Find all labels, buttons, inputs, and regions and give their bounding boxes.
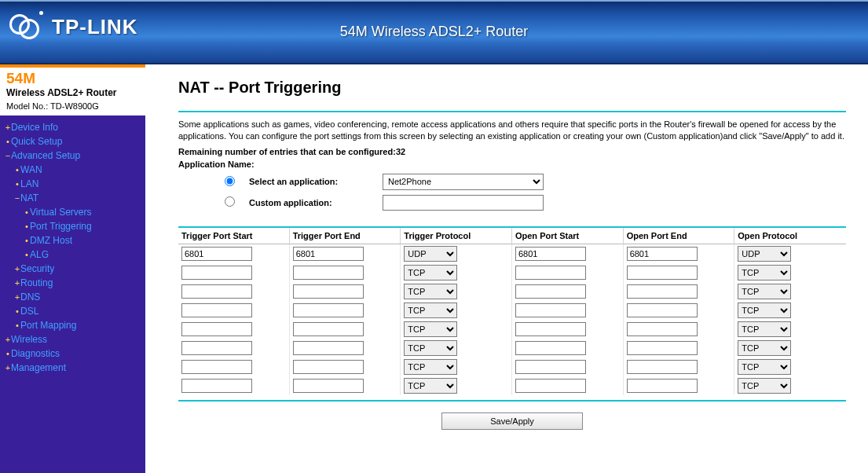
open-port-start-input[interactable] [515,266,586,280]
nav-link[interactable]: Advanced Setup [11,150,80,161]
trigger-port-end-input[interactable] [293,303,364,317]
nav-item-management[interactable]: Management [3,361,142,375]
nav-item-dns[interactable]: DNS [3,290,142,304]
trigger-port-start-input[interactable] [181,303,252,317]
custom-app-input[interactable] [383,195,544,211]
nav-link[interactable]: WAN [20,164,42,175]
nav-item-dsl[interactable]: DSL [3,304,142,318]
bullet-icon [14,306,20,316]
open-port-end-input[interactable] [627,341,698,355]
open-protocol-select[interactable]: TCPUDPTCP/UDP [738,246,791,262]
trigger-protocol-select[interactable]: TCPUDPTCP/UDP [404,302,457,318]
nav-link[interactable]: DSL [20,306,38,317]
nav-item-advanced-setup[interactable]: Advanced Setup [3,148,142,163]
trigger-port-end-input[interactable] [293,266,364,280]
trigger-port-end-input[interactable] [293,379,364,393]
select-app-label: Select an application: [249,177,383,186]
nav-link[interactable]: Port Triggering [30,221,92,232]
model-line3: Model No.: TD-W8900G [6,101,139,111]
save-apply-button[interactable]: Save/Apply [441,412,583,430]
open-port-end-input[interactable] [627,379,698,393]
nav-link[interactable]: Management [11,362,66,373]
open-protocol-select[interactable]: TCPUDPTCP/UDP [738,340,791,356]
open-port-start-input[interactable] [515,360,586,374]
nav-item-device-info[interactable]: Device Info [3,120,142,134]
nav-link[interactable]: Port Mapping [20,320,76,331]
open-protocol-select[interactable]: TCPUDPTCP/UDP [738,265,791,280]
open-port-end-input[interactable] [627,247,698,261]
trigger-port-start-input[interactable] [181,284,252,299]
col-trigger-port-end: Trigger Port End [290,228,401,244]
remaining-label: Remaining number of entries that can be … [178,147,396,156]
nav-item-dmz-host[interactable]: DMZ Host [3,233,142,248]
open-port-end-input[interactable] [627,266,698,280]
open-protocol-select[interactable]: TCPUDPTCP/UDP [738,359,791,375]
open-port-end-input[interactable] [627,322,698,336]
trigger-protocol-select[interactable]: TCPUDPTCP/UDP [404,265,457,280]
open-port-start-input[interactable] [515,284,586,299]
trigger-port-end-input[interactable] [293,247,364,261]
open-port-start-input[interactable] [515,247,586,261]
nav-link[interactable]: Diagnostics [11,348,60,359]
trigger-port-end-input[interactable] [293,322,364,336]
nav-item-alg[interactable]: ALG [3,248,142,262]
trigger-port-start-input[interactable] [181,360,252,374]
nav-item-wireless[interactable]: Wireless [3,332,142,346]
header-title: 54M Wireless ADSL2+ Router [340,24,529,40]
open-protocol-select[interactable]: TCPUDPTCP/UDP [738,284,791,299]
nav-link[interactable]: DNS [20,292,40,302]
nav-item-lan[interactable]: LAN [3,177,142,191]
trigger-protocol-select[interactable]: TCPUDPTCP/UDP [404,321,457,337]
trigger-port-end-input[interactable] [293,284,364,299]
expand-icon [5,335,11,344]
trigger-port-start-input[interactable] [181,379,252,393]
select-app-radio[interactable] [225,176,235,186]
open-port-start-input[interactable] [515,379,586,393]
trigger-port-end-input[interactable] [293,341,364,355]
open-port-start-input[interactable] [515,341,586,355]
nav-link[interactable]: NAT [20,192,38,204]
nav-item-security[interactable]: Security [3,262,142,276]
nav-item-nat[interactable]: NAT [3,191,142,205]
trigger-protocol-select[interactable]: TCPUDPTCP/UDP [404,359,457,375]
trigger-port-start-input[interactable] [181,322,252,336]
nav-link[interactable]: Routing [20,277,53,288]
nav-item-port-triggering[interactable]: Port Triggering [3,219,142,233]
nav-link[interactable]: Device Info [11,122,58,133]
nav-link[interactable]: Virtual Servers [30,207,91,218]
open-port-end-input[interactable] [627,303,698,317]
nav-item-port-mapping[interactable]: Port Mapping [3,318,142,332]
trigger-protocol-select[interactable]: TCPUDPTCP/UDP [404,378,457,394]
appname-label: Application Name: [178,160,846,169]
open-port-end-input[interactable] [627,360,698,374]
open-protocol-select[interactable]: TCPUDPTCP/UDP [738,321,791,337]
nav-item-wan[interactable]: WAN [3,163,142,177]
nav-link[interactable]: Security [20,263,54,274]
trigger-protocol-select[interactable]: TCPUDPTCP/UDP [404,246,457,262]
open-protocol-select[interactable]: TCPUDPTCP/UDP [738,378,791,394]
open-port-end-input[interactable] [627,284,698,299]
nav-link[interactable]: Quick Setup [11,136,62,147]
trigger-protocol-select[interactable]: TCPUDPTCP/UDP [404,284,457,299]
nav-link[interactable]: DMZ Host [30,235,72,246]
trigger-port-start-input[interactable] [181,247,252,261]
nav-link[interactable]: Wireless [11,334,47,345]
nav-item-diagnostics[interactable]: Diagnostics [3,346,142,361]
select-app-dropdown[interactable]: Net2Phone [383,174,544,190]
open-port-start-input[interactable] [515,303,586,317]
table-row: TCPUDPTCP/UDPTCPUDPTCP/UDP [178,320,846,339]
nav-item-routing[interactable]: Routing [3,276,142,290]
trigger-port-start-input[interactable] [181,341,252,355]
nav-link[interactable]: LAN [20,178,38,189]
nav-item-virtual-servers[interactable]: Virtual Servers [3,205,142,219]
brand-logo: TP-LINK [9,11,138,42]
trigger-protocol-select[interactable]: TCPUDPTCP/UDP [404,340,457,356]
open-protocol-select[interactable]: TCPUDPTCP/UDP [738,302,791,318]
custom-app-radio[interactable] [225,196,235,207]
nav-item-quick-setup[interactable]: Quick Setup [3,134,142,148]
open-port-start-input[interactable] [515,322,586,336]
nav-link[interactable]: ALG [30,249,49,260]
trigger-port-end-input[interactable] [293,360,364,374]
select-app-row: Select an application: Net2Phone [178,174,846,190]
trigger-port-start-input[interactable] [181,266,252,280]
